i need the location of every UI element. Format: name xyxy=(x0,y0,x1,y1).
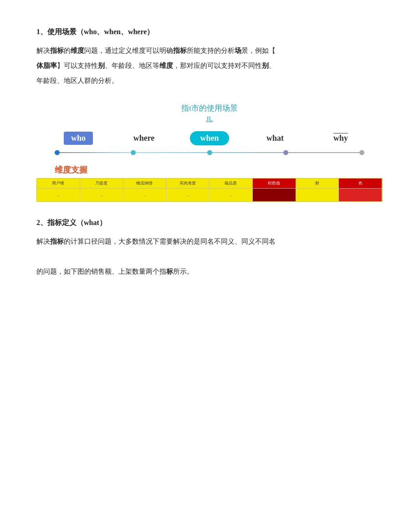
dots-row xyxy=(46,148,373,157)
th-extra1: 财 xyxy=(296,179,339,188)
section-2-body: 解决指标的计算口径问题，大多数情况下需要解决的是同名不同义、同义不同名 的问题，… xyxy=(36,234,383,279)
th-measure: 乃提度 xyxy=(80,179,123,188)
section-1-line3: 年龄段、地区人群的分析。 xyxy=(36,77,118,84)
dot-where xyxy=(131,150,136,155)
dots-row-inner xyxy=(46,148,373,157)
dimension-label: 维度支握 xyxy=(36,164,383,175)
table-data-row: ... ... ... ... ... xyxy=(37,189,382,201)
word-who: who xyxy=(46,132,111,145)
th-extra2: 色 xyxy=(339,179,382,188)
td-1: ... xyxy=(37,189,80,201)
section-1: 1、使用场景（who、when、where） 解决指标的维度问题，通过定义维度可… xyxy=(36,27,383,88)
td-5: ... xyxy=(210,189,253,201)
td-3: ... xyxy=(123,189,167,201)
section-1-body: 解决指标的维度问题，通过定义维度可以明确指标所能支持的分析场景，例如【 体脂率】… xyxy=(36,43,383,88)
dot-what xyxy=(283,150,288,155)
section-2-title: 2、指标定义（what） xyxy=(36,218,383,228)
word-where: where xyxy=(111,133,177,143)
dot-when xyxy=(207,150,212,155)
diagram-title: 指t市的使用场景 xyxy=(36,103,383,113)
dimension-table: 用户维 乃提度 物流纳情 买肉准度 核品质 积胜值 财 色 ... ... ..… xyxy=(36,178,383,202)
td-8 xyxy=(339,189,382,201)
word-what: what xyxy=(242,133,308,143)
word-when: when xyxy=(177,131,242,145)
td-2: ... xyxy=(80,189,123,201)
table-header-row: 用户维 乃提度 物流纳情 买肉准度 核品质 积胜值 财 色 xyxy=(37,179,382,189)
section-1-line2: 体脂率】可以支持性别、年龄段、地区等维度，那对应的可以支持对不同性别、 xyxy=(36,62,276,69)
td-4: ... xyxy=(166,189,210,201)
section-2: 2、指标定义（what） 解决指标的计算口径问题，大多数情况下需要解决的是同名不… xyxy=(36,218,383,279)
dot-who xyxy=(55,150,60,155)
td-7 xyxy=(296,189,339,201)
section-2-line1: 解决指标的计算口径问题，大多数情况下需要解决的是同名不同义、同义不同名 xyxy=(36,238,276,245)
diagram-area: 指t市的使用场景 JL who where when what why 维度支握 xyxy=(36,103,383,202)
diagram-subtitle: JL xyxy=(36,115,383,123)
th-logistics: 物流纳情 xyxy=(123,179,167,188)
th-user: 用户维 xyxy=(37,179,80,188)
th-quality: 买肉准度 xyxy=(166,179,210,188)
section-1-title: 1、使用场景（who、when、where） xyxy=(36,27,383,37)
dots-positions xyxy=(46,150,373,155)
section-1-line1: 解决指标的维度问题，通过定义维度可以明确指标所能支持的分析场景，例如【 xyxy=(36,47,276,54)
dot-why xyxy=(359,150,364,155)
th-value: 积胜值 xyxy=(253,179,296,188)
section-2-line2: 的问题，如下图的销售额、上架数量两个指标所示。 xyxy=(36,268,194,275)
words-row: who where when what why xyxy=(46,131,373,145)
td-6 xyxy=(253,189,296,201)
word-why: why xyxy=(308,133,373,143)
th-product: 核品质 xyxy=(210,179,253,188)
